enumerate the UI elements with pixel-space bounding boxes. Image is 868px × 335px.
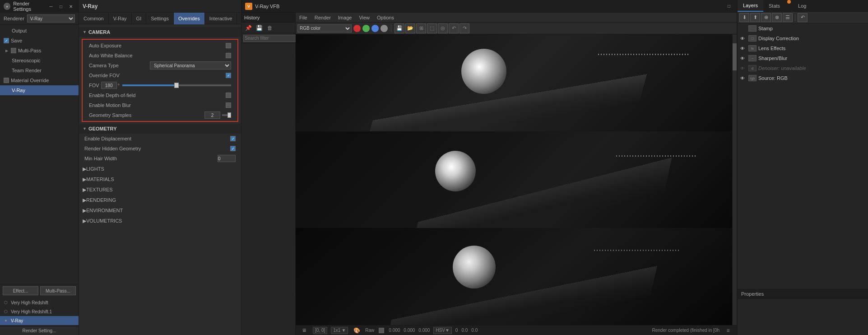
- menu-file[interactable]: File: [297, 13, 309, 22]
- color-mode-select[interactable]: RGB color Alpha Red Green Blue: [297, 24, 352, 33]
- camera-section-header[interactable]: ▼ CAMERA: [79, 27, 241, 37]
- layer-item-source-rgb[interactable]: 👁 rgb Source: RGB: [738, 73, 868, 83]
- statusbar-settings-icon[interactable]: ≡: [723, 326, 733, 335]
- reset-button[interactable]: ↷: [460, 23, 469, 33]
- camera-type-select[interactable]: Spherical Panorama Standard Orthographic: [150, 61, 231, 70]
- tab-interactive[interactable]: Interactive: [205, 13, 237, 24]
- color-picker-icon[interactable]: 🎨: [352, 326, 362, 335]
- layers-tool-5[interactable]: ☰: [783, 13, 793, 22]
- environment-section-header[interactable]: ▶ ENVIRONMENT: [79, 205, 241, 215]
- geometry-samples-thumb[interactable]: [227, 112, 231, 118]
- layer-eye-source-rgb[interactable]: 👁: [740, 76, 747, 81]
- compare-button[interactable]: ⊞: [416, 23, 426, 33]
- tab-overrides[interactable]: Overrides: [174, 13, 205, 24]
- render-list-item-1[interactable]: ⬡ Very High Redshift.1: [0, 307, 79, 316]
- layer-item-denoiser[interactable]: 👁 d Denoiser: unavailable: [738, 63, 868, 73]
- auto-exposure-checkbox[interactable]: [226, 43, 231, 48]
- menu-item-materialoverride[interactable]: Material Override: [0, 75, 79, 85]
- tab-settings[interactable]: Settings: [146, 13, 174, 24]
- green-channel-dot[interactable]: [362, 25, 370, 32]
- tab-stats[interactable]: Stats: [763, 0, 785, 12]
- blue-channel-dot[interactable]: [371, 25, 379, 32]
- renderer-select[interactable]: V-Ray: [27, 14, 75, 23]
- render-list-item-2[interactable]: ● V-Ray: [0, 316, 79, 325]
- enable-dof-checkbox[interactable]: [226, 93, 231, 98]
- tab-vray[interactable]: V-Ray: [109, 13, 132, 24]
- volumetrics-section-header[interactable]: ▶ VOLUMETRICS: [79, 216, 241, 226]
- fov-input[interactable]: [101, 82, 117, 89]
- vfb-content: History 📌 💾 🗑 🔍 ▼ File: [241, 13, 737, 335]
- tab-log[interactable]: Log: [793, 0, 812, 12]
- tab-gi[interactable]: GI: [132, 13, 147, 24]
- vfb-scrollbar[interactable]: [732, 34, 737, 325]
- auto-white-balance-checkbox[interactable]: [226, 53, 231, 58]
- render-setting-button[interactable]: Render Setting...: [0, 326, 79, 335]
- render-region-button[interactable]: ⬚: [427, 23, 437, 33]
- history-delete-icon[interactable]: 🗑: [265, 23, 275, 33]
- menu-render[interactable]: Render: [313, 13, 333, 22]
- menu-item-vray[interactable]: V-Ray: [0, 85, 79, 95]
- layers-tool-1[interactable]: ⬇: [739, 13, 749, 22]
- menu-options[interactable]: Options: [375, 13, 396, 22]
- layer-eye-display-correction[interactable]: 👁: [740, 36, 747, 41]
- materials-section-header[interactable]: ▶ MATERIALS: [79, 174, 241, 184]
- textures-section-header[interactable]: ▶ TEXTURES: [79, 185, 241, 195]
- red-channel-dot[interactable]: [353, 25, 361, 32]
- vfb-scrollbar-thumb[interactable]: [733, 43, 737, 70]
- close-button[interactable]: ✕: [67, 2, 75, 10]
- maximize-button[interactable]: □: [57, 2, 65, 10]
- lens-effects-button[interactable]: ◎: [438, 23, 448, 33]
- layer-item-sharpen-blur[interactable]: 👁 ~ Sharpen/Blur: [738, 53, 868, 63]
- history-search-input[interactable]: [243, 35, 303, 42]
- tab-common[interactable]: Common: [79, 13, 109, 24]
- rendering-section-header[interactable]: ▶ RENDERING: [79, 195, 241, 205]
- vfb-maximize-button[interactable]: □: [725, 2, 733, 10]
- geometry-samples-input[interactable]: [204, 112, 220, 119]
- save-image-button[interactable]: 💾: [395, 23, 404, 33]
- layer-item-lens-effects[interactable]: 👁 fx Lens Effects: [738, 43, 868, 53]
- color-correct-button[interactable]: ↶: [449, 23, 459, 33]
- layers-undo-button[interactable]: ↶: [798, 13, 808, 22]
- multipass-checkbox[interactable]: [11, 48, 16, 53]
- override-fov-checkbox[interactable]: ✓: [226, 73, 231, 78]
- matoverride-checkbox[interactable]: [4, 78, 9, 83]
- save-checkbox[interactable]: ✓: [4, 38, 9, 43]
- materials-chevron: ▶: [83, 177, 86, 182]
- minimize-button[interactable]: ─: [47, 2, 55, 10]
- menu-item-multipass[interactable]: ▶ Multi-Pass: [0, 46, 79, 56]
- statusbar-render-icon[interactable]: 🖥: [299, 326, 309, 335]
- menu-item-stereoscopic[interactable]: Stereoscopic: [0, 56, 79, 65]
- fov-slider[interactable]: [122, 84, 231, 86]
- menu-view[interactable]: View: [357, 13, 371, 22]
- load-image-button[interactable]: 📂: [405, 23, 415, 33]
- render-hidden-checkbox[interactable]: ✓: [230, 146, 236, 151]
- geometry-samples-slider[interactable]: [222, 114, 231, 116]
- lights-section-header[interactable]: ▶ LIGHTS: [79, 164, 241, 174]
- menu-item-save[interactable]: ✓ Save: [0, 36, 79, 46]
- menu-item-output[interactable]: Output: [0, 26, 79, 36]
- layer-eye-sharpen-blur[interactable]: 👁: [740, 56, 747, 61]
- history-pin-icon[interactable]: 📌: [243, 23, 253, 33]
- render-list-item-0[interactable]: ⬡ Very High Redshift: [0, 298, 79, 307]
- fov-slider-thumb[interactable]: [174, 83, 179, 88]
- geometry-samples-row: Geometry Samples: [84, 110, 237, 120]
- history-save-icon[interactable]: 💾: [254, 23, 264, 33]
- geometry-section-header[interactable]: ▼ GEOMETRY: [79, 124, 241, 134]
- layers-tool-3[interactable]: ⊕: [761, 13, 771, 22]
- renderer-row: Renderer V-Ray: [0, 13, 79, 25]
- layer-eye-lens-effects[interactable]: 👁: [740, 46, 747, 51]
- alpha-channel-dot[interactable]: [381, 25, 388, 32]
- min-hair-width-input[interactable]: [218, 155, 236, 162]
- enable-displacement-checkbox[interactable]: ✓: [230, 136, 236, 141]
- tab-layers[interactable]: Layers: [738, 0, 763, 12]
- layer-eye-denoiser[interactable]: 👁: [740, 66, 747, 71]
- layers-tool-2[interactable]: ⬆: [750, 13, 760, 22]
- layers-tool-4[interactable]: ⊗: [772, 13, 782, 22]
- layer-item-stamp[interactable]: Stamp: [738, 23, 868, 33]
- effect-button[interactable]: Effect...: [3, 286, 38, 295]
- enable-motion-blur-checkbox[interactable]: [226, 102, 231, 108]
- menu-image[interactable]: Image: [336, 13, 354, 22]
- multipass-button[interactable]: Multi-Pass...: [40, 286, 76, 295]
- menu-item-teamrender[interactable]: Team Render: [0, 65, 79, 75]
- layer-item-display-correction[interactable]: 👁 □ Display Correction: [738, 33, 868, 43]
